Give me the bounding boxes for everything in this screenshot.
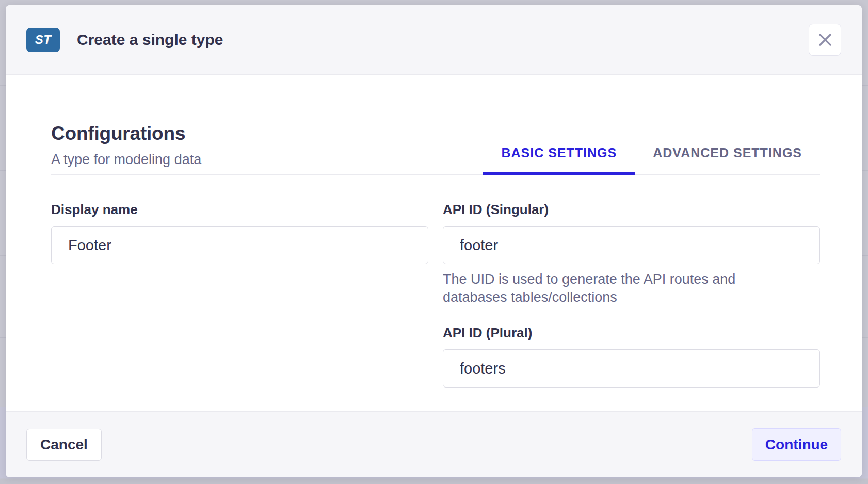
single-type-badge-label: ST xyxy=(35,33,52,47)
api-id-plural-input[interactable] xyxy=(443,349,820,388)
api-id-singular-block: API ID (Singular) The UID is used to gen… xyxy=(443,202,820,306)
api-id-column: API ID (Singular) The UID is used to gen… xyxy=(443,202,820,388)
api-id-singular-label: API ID (Singular) xyxy=(443,202,820,218)
display-name-input[interactable] xyxy=(51,226,428,264)
api-id-plural-block: API ID (Plural) xyxy=(443,325,820,388)
configurations-form: Display name API ID (Singular) The UID i… xyxy=(51,202,820,388)
tab-basic-settings[interactable]: BASIC SETTINGS xyxy=(483,146,635,174)
close-icon xyxy=(818,33,832,47)
modal-footer: Cancel Continue xyxy=(6,411,862,477)
api-id-singular-helper: The UID is used to generate the API rout… xyxy=(443,270,799,306)
close-button[interactable] xyxy=(809,24,841,56)
api-id-plural-label: API ID (Plural) xyxy=(443,325,820,341)
modal-body: Configurations A type for modeling data … xyxy=(6,75,862,411)
display-name-block: Display name xyxy=(51,202,428,388)
continue-button[interactable]: Continue xyxy=(752,428,841,461)
configurations-subtitle: A type for modeling data xyxy=(51,152,201,168)
cancel-button[interactable]: Cancel xyxy=(26,429,102,461)
tab-advanced-settings[interactable]: ADVANCED SETTINGS xyxy=(635,146,820,174)
api-id-singular-input[interactable] xyxy=(443,226,820,264)
modal-header: ST Create a single type xyxy=(6,5,862,75)
configurations-header: Configurations A type for modeling data … xyxy=(51,75,820,175)
display-name-label: Display name xyxy=(51,202,428,218)
configurations-heading: Configurations xyxy=(51,123,201,144)
configurations-titles: Configurations A type for modeling data xyxy=(51,123,201,174)
settings-tabs: BASIC SETTINGS ADVANCED SETTINGS xyxy=(483,146,820,174)
single-type-badge-icon: ST xyxy=(26,28,60,52)
create-single-type-modal: ST Create a single type Configurations A… xyxy=(6,5,862,477)
modal-title: Create a single type xyxy=(77,31,223,49)
